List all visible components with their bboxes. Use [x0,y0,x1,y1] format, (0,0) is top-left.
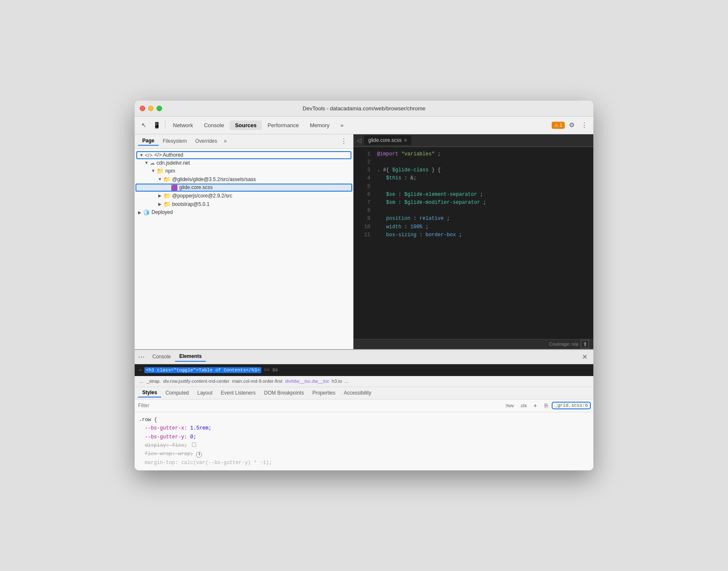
tab-elements[interactable]: Elements [175,352,206,362]
cdn-arrow[interactable]: ▼ [143,160,150,165]
code-line-7: 7 $sm : $glide-modifier-separator ; [353,199,593,207]
grid-scss-badge[interactable]: _grid.scss:6 [553,403,590,408]
deployed-arrow[interactable]: ▶ [136,210,143,215]
code-line-4: 4 $this : &; [353,174,593,182]
tab-memory[interactable]: Memory [305,120,335,130]
deployed-label: Deployed [151,209,173,215]
dom-crumb-strap[interactable]: _strap. [145,378,162,384]
glide-file-item[interactable]: 🟪 glide.core.scss [136,184,352,192]
code-line-1: 1 @import "variables" ; [353,150,593,158]
code-line-9: 9 position : relative ; [353,215,593,223]
code-line-8: 8 [353,207,593,215]
popper-item[interactable]: ▶ 📁 @popperjs/core@2.9.2/src [135,192,353,200]
tab-layout[interactable]: Layout [193,389,217,397]
code-line-6: 6 $se : $glide-element-separator ; [353,191,593,199]
bootstrap-arrow[interactable]: ▶ [157,202,163,206]
tab-computed[interactable]: Computed [161,389,193,397]
display-checkbox[interactable] [192,443,196,447]
copy-icon: ⎘ [545,402,548,409]
dom-crumb-ellipsis[interactable]: ... [138,378,144,384]
editor-tabs-bar: ◁ glide.core.scss ✕ [353,134,593,147]
device-toolbar-button[interactable]: 📱 [151,119,162,131]
tab-dom-breakpoints[interactable]: DOM Breakpoints [260,389,308,397]
dom-breadcrumb: ... _strap. div.row.justify-content-md-c… [135,376,593,387]
hov-filter-button[interactable]: :hov [503,402,516,409]
editor-tab-close-button[interactable]: ✕ [404,138,407,143]
glide-package-item[interactable]: ▼ 📁 @glideis/glide@3.5.2/src/assets/sass [135,175,353,184]
bootstrap-item[interactable]: ▶ 📁 bootstrap@5.0.1 [135,200,353,208]
css-prop-name-display: display: flex; [145,443,187,448]
main-toolbar: ↖ 📱 Network Console Sources Performance … [135,117,593,134]
dom-crumb-toc[interactable]: div#dw__toc.dw__toc [284,378,330,384]
more-options-button[interactable]: ⋮ [578,119,590,131]
left-tabs: Page Filesystem Overrides » ⋮ [135,134,353,149]
tab-more[interactable]: » [335,120,348,130]
npm-folder-icon: 📁 [157,168,164,174]
maximize-button[interactable] [157,106,162,111]
html-dom-equals: == $0 [264,368,278,373]
css-prop-gutter-y: --bs-gutter-y: 0; [145,433,589,441]
code-editor[interactable]: 1 @import "variables" ; 2 [353,147,593,339]
styles-filter-input[interactable] [138,403,500,408]
popper-folder-icon: 📁 [163,192,170,199]
dom-crumb-trailing[interactable]: ... [343,378,350,384]
dom-crumb-main[interactable]: main.col-md-9.order-first [231,378,284,384]
npm-arrow[interactable]: ▼ [150,168,157,173]
close-bottom-panel-button[interactable]: ✕ [579,352,590,362]
dom-crumb-h3[interactable]: h3.to [330,378,343,384]
authored-item[interactable]: ▼ </> </> Authored [136,151,351,159]
tab-accessibility[interactable]: Accessibility [340,389,375,397]
tab-console-bottom[interactable]: Console [148,352,175,361]
bottom-dots-menu[interactable]: ⋯ [138,353,145,361]
left-tabs-dots-menu[interactable]: ⋮ [338,136,350,147]
authored-arrow[interactable]: ▼ [138,153,145,157]
tab-event-listeners[interactable]: Event Listeners [217,389,260,397]
settings-button[interactable]: ⚙ [566,119,577,131]
styles-code-area: .row { --bs-gutter-x: 1.5rem; --bs-gutte… [135,412,593,470]
css-props: --bs-gutter-x: 1.5rem; --bs-gutter-y: 0;… [139,424,589,467]
deployed-cube-icon: 🧊 [143,209,150,216]
html-preview-dots[interactable]: ⋯ [139,367,142,373]
tab-properties[interactable]: Properties [308,389,340,397]
glide-package-arrow[interactable]: ▼ [157,177,163,181]
css-prop-name-gutter-y: --bs-gutter-y: [145,434,187,440]
css-selector: .row { [139,416,589,424]
dom-crumb-div-row[interactable]: div.row.justify-content-md-center [162,378,231,384]
flex-wrap-info-icon[interactable]: ℹ [196,452,202,458]
device-icon: 📱 [153,122,160,128]
editor-bottom-bar: Coverage: n/a ⬆ [353,339,593,349]
tab-styles[interactable]: Styles [138,388,161,398]
tab-filesystem[interactable]: Filesystem [159,137,191,145]
line-number-1: 1 [357,150,370,158]
popper-arrow[interactable]: ▶ [157,193,163,198]
css-prop-flex-wrap: flex-wrap: wrap; ℹ [145,450,589,458]
code-line-10: 10 width : 100% ; [353,223,593,231]
tab-sources[interactable]: Sources [230,120,261,130]
editor-panel: ◁ glide.core.scss ✕ 1 @import "variables… [353,134,593,349]
close-button[interactable] [140,106,145,111]
code-line-11: 11 box-sizing : border-box ; [353,231,593,239]
tab-performance[interactable]: Performance [263,120,304,130]
glide-package-label: @glideis/glide@3.5.2/src/assets/sass [172,176,256,182]
cursor-tool-button[interactable]: ↖ [138,119,150,131]
add-style-button[interactable]: + [531,401,540,410]
coverage-toggle-button[interactable]: ⬆ [581,340,589,348]
editor-tab-glide[interactable]: glide.core.scss ✕ [364,136,412,145]
copy-styles-button[interactable]: ⎘ [542,401,551,410]
tab-overrides[interactable]: Overrides [191,137,221,145]
cls-filter-button[interactable]: .cls [518,402,529,409]
tab-page[interactable]: Page [138,136,159,146]
tab-console[interactable]: Console [199,120,229,130]
npm-item[interactable]: ▼ 📁 npm [135,167,353,175]
tab-network[interactable]: Network [168,120,198,130]
left-tabs-more[interactable]: » [221,137,229,145]
cdn-item[interactable]: ▼ ☁ cdn.jsdelivr.net [135,159,353,167]
deployed-item[interactable]: ▶ 🧊 Deployed [135,208,353,216]
styles-tabs-bar: Styles Computed Layout Event Listeners D… [135,387,593,400]
line-number-4: 4 [357,174,370,182]
line-content-10: width : 100% ; [377,223,428,231]
minimize-button[interactable] [148,106,154,111]
badge-count: 1 [560,123,562,128]
editor-back-icon[interactable]: ◁ [357,137,361,144]
html-element-preview: ⋯ <h3 class="toggle">Table of Contents</… [135,364,593,376]
